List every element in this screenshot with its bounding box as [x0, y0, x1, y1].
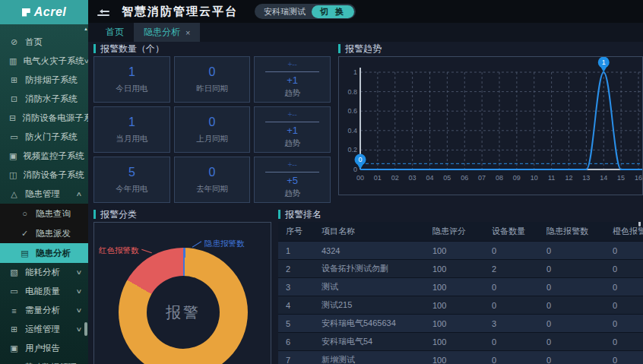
- table-cell: 0: [605, 278, 643, 296]
- table-cell: 6: [278, 333, 314, 351]
- door-icon: ▭: [9, 132, 19, 142]
- sidebar-item-消防设备电源子系统[interactable]: ⊟消防设备电源子系统: [0, 109, 88, 128]
- warning-icon: △: [9, 189, 19, 199]
- stat-value: 0: [209, 116, 216, 129]
- section-title-alarm-count: 报警数量（个）: [93, 43, 331, 54]
- sidebar-scroll-up-icon[interactable]: ▲: [84, 26, 88, 32]
- stat-label: 上月同期: [196, 134, 228, 144]
- table-cell: 0: [484, 333, 539, 351]
- table-row[interactable]: 14324100000: [278, 242, 643, 260]
- search-icon: ○: [20, 209, 30, 218]
- table-cell: 0: [539, 260, 605, 278]
- stat-label: 昨日同期: [196, 84, 228, 94]
- stat-card-7[interactable]: 0去年同期: [174, 157, 251, 203]
- table-cell: 0: [605, 242, 643, 260]
- stat-value: +1: [287, 125, 298, 136]
- table-row[interactable]: 7新增测试100000: [278, 351, 643, 364]
- sidebar-item-隐患管理[interactable]: △隐患管理∧: [0, 185, 88, 204]
- sidebar-menu: ⊘首页▥电气火灾子系统∨⊞防排烟子系统⊡消防水子系统⊟消防设备电源子系统▭防火门…: [0, 24, 88, 364]
- table-cell: 4: [278, 296, 314, 315]
- tab-label: 隐患分析: [144, 26, 180, 39]
- table-cell: 100: [425, 315, 484, 333]
- sidebar-item-label: 隐患派发: [36, 228, 71, 239]
- chevron-down-icon: ∨: [76, 326, 83, 333]
- table-cell: 0: [484, 296, 539, 315]
- sidebar-item-防火门子系统[interactable]: ▭防火门子系统: [0, 128, 88, 147]
- stat-card-1[interactable]: 0昨日同期: [174, 56, 251, 103]
- sidebar-item-运维管理[interactable]: ⊞运维管理∨: [0, 320, 88, 339]
- sidebar-item-隐患派发[interactable]: ✓隐患派发: [0, 223, 88, 243]
- table-row[interactable]: 5安科瑞电气5465634100300: [278, 315, 643, 333]
- table-cell: 0: [484, 242, 539, 260]
- quality-icon: ▭: [9, 286, 19, 296]
- table-cell: 3: [484, 315, 539, 333]
- sidebar-item-隐患分析[interactable]: ▤隐患分析: [0, 243, 88, 263]
- tab-首页[interactable]: 首页: [96, 23, 134, 42]
- table-row[interactable]: 2设备拓扑测试勿删100200: [278, 260, 643, 278]
- stat-label: 趋势: [284, 138, 300, 149]
- table-scrollbar-thumb[interactable]: [638, 222, 641, 226]
- sidebar-item-能耗分析[interactable]: ▧能耗分析∨: [0, 263, 88, 282]
- table-cell: 0: [539, 333, 605, 351]
- table-row[interactable]: 3测试100000: [278, 278, 643, 296]
- sidebar-item-label: 隐患管理: [25, 188, 60, 200]
- sidebar-item-label: 电能质量: [25, 286, 60, 297]
- sidebar: Acrel ⊘首页▥电气火灾子系统∨⊞防排烟子系统⊡消防水子系统⊟消防设备电源子…: [0, 0, 88, 364]
- table-cell: 0: [484, 278, 539, 296]
- sidebar-submenu: ○隐患查询✓隐患派发▤隐患分析: [0, 204, 88, 263]
- close-tab-icon[interactable]: ×: [185, 28, 190, 37]
- collapse-menu-icon[interactable]: [97, 7, 109, 16]
- sidebar-item-首页[interactable]: ⊘首页: [0, 33, 88, 52]
- table-cell: 4324: [314, 242, 425, 260]
- svg-text:0.6: 0.6: [347, 107, 357, 115]
- logo: Acrel: [0, 0, 88, 24]
- tab-隐患分析[interactable]: 隐患分析×: [134, 23, 200, 42]
- svg-text:05: 05: [443, 174, 451, 182]
- sidebar-item-隐患查询[interactable]: ○隐患查询: [0, 204, 88, 223]
- stat-card-6[interactable]: 5今年用电: [93, 157, 170, 203]
- sidebar-item-电气火灾子系统[interactable]: ▥电气火灾子系统∨: [0, 52, 88, 71]
- sidebar-item-消防设备子系统[interactable]: ◫消防设备子系统: [0, 166, 88, 185]
- content-area: 报警数量（个） 1今日用电0昨日同期+--+1趋势1当月用电0上月同期+--+1…: [88, 42, 643, 364]
- table-cell: 测试215: [314, 296, 425, 315]
- chevron-down-icon: ∨: [76, 269, 83, 276]
- pie-label-danger-alarms: 隐患报警数: [192, 239, 245, 249]
- sidebar-item-防排烟子系统[interactable]: ⊞防排烟子系统: [0, 71, 88, 90]
- title-accent-bar: [93, 44, 96, 53]
- chevron-up-icon: ∧: [76, 191, 83, 198]
- table-cell: 0: [539, 296, 605, 315]
- sidebar-item-需量分析[interactable]: ≡需量分析∨: [0, 301, 88, 320]
- home-icon: ⊘: [9, 37, 19, 47]
- sidebar-item-电能质量[interactable]: ▭电能质量∨: [0, 282, 88, 301]
- table-cell: 0: [605, 296, 643, 315]
- switch-tenant-button[interactable]: 切 换: [312, 5, 354, 18]
- page-title: 智慧消防管理云平台: [122, 5, 238, 19]
- stat-label: 去年同期: [196, 184, 228, 195]
- device-icon: ◫: [9, 170, 17, 180]
- sidebar-item-视频监控子系统[interactable]: ▣视频监控子系统: [0, 147, 88, 166]
- donut-center-label: 报警: [147, 276, 220, 349]
- smoke-icon: ⊞: [9, 75, 19, 85]
- demand-icon: ≡: [9, 306, 19, 315]
- sidebar-item-用户报告[interactable]: ▣用户报告: [0, 339, 88, 358]
- table-row[interactable]: 6安科瑞电气54100000: [278, 333, 643, 351]
- alarm-trend-chart: 000102030405060708091011121314151600.20.…: [338, 56, 643, 195]
- stat-label: 趋势: [284, 188, 300, 199]
- stat-label: 趋势: [284, 88, 300, 99]
- stat-card-8[interactable]: +--+5趋势: [254, 157, 331, 203]
- stat-card-2[interactable]: +--+1趋势: [254, 56, 331, 103]
- stat-card-4[interactable]: 0上月同期: [174, 106, 251, 153]
- sidebar-item-消防水子系统[interactable]: ⊡消防水子系统: [0, 90, 88, 109]
- column-header: 隐患评分: [425, 222, 484, 242]
- stat-card-3[interactable]: 1当月用电: [93, 106, 170, 153]
- stat-value: 0: [209, 65, 216, 79]
- sidebar-item-基础数据管理[interactable]: ▦基础数据管理∨: [0, 358, 88, 364]
- table-row[interactable]: 4测试215100000: [278, 296, 643, 315]
- sidebar-scrollbar-thumb[interactable]: [84, 322, 87, 336]
- trend-divider: [265, 71, 319, 72]
- check-icon: ✓: [20, 229, 30, 239]
- stat-card-0[interactable]: 1今日用电: [93, 56, 170, 103]
- stat-value: 5: [128, 166, 135, 179]
- stat-card-5[interactable]: +--+1趋势: [254, 106, 331, 153]
- logo-text: Acrel: [34, 5, 67, 19]
